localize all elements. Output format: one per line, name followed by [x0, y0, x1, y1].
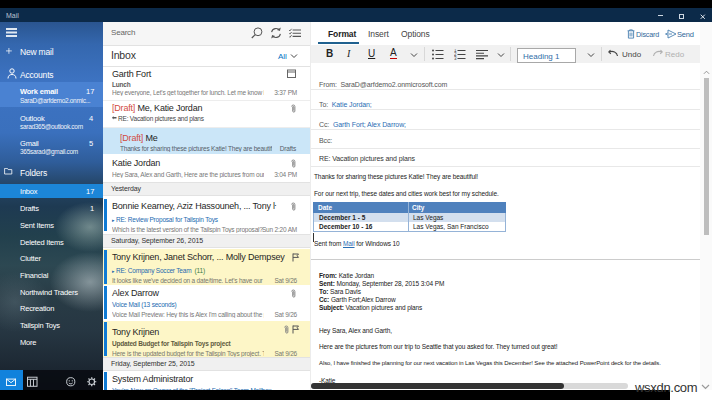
svg-text:3: 3	[454, 56, 457, 60]
